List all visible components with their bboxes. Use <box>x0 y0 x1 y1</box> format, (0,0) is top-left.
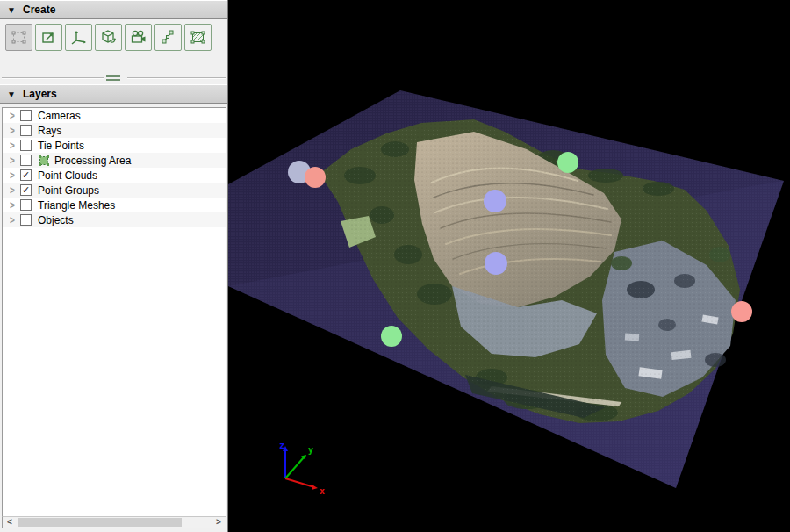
axes-triad-icon <box>69 28 88 47</box>
layer-checkbox[interactable]: ✓ <box>20 184 32 196</box>
axis-y-label: y <box>308 445 313 455</box>
polygon-tool-button[interactable] <box>184 24 212 51</box>
selection-rectangle-icon <box>10 28 28 47</box>
polyline-icon <box>159 28 177 47</box>
splitter-rule <box>2 77 104 79</box>
3d-scene: z y x <box>228 0 790 532</box>
layer-label: Triangle Meshes <box>38 199 115 212</box>
camera-icon <box>129 28 147 47</box>
scrollbar-track[interactable] <box>17 517 212 528</box>
cube-rotate-icon <box>99 28 118 47</box>
expand-chevron-icon[interactable]: > <box>6 169 18 181</box>
expand-chevron-icon[interactable]: > <box>6 214 18 226</box>
layer-row-objects[interactable]: > Objects <box>3 212 226 227</box>
splitter-rule <box>127 77 226 79</box>
point-group-marker-salmon-2[interactable] <box>731 301 752 322</box>
camera-tool-button[interactable] <box>125 24 152 51</box>
scrollbar-thumb[interactable] <box>18 518 182 527</box>
layer-checkbox[interactable] <box>20 199 32 211</box>
layer-row-cameras[interactable]: > Cameras <box>3 108 226 123</box>
layer-checkbox[interactable]: ✓ <box>20 169 32 181</box>
axis-x-label: x <box>320 486 325 496</box>
layer-label: Point Groups <box>38 184 99 197</box>
layer-row-triangle-meshes[interactable]: > Triangle Meshes <box>3 198 226 212</box>
expand-chevron-icon[interactable]: > <box>6 199 18 211</box>
layer-checkbox[interactable] <box>20 140 32 151</box>
layer-checkbox[interactable] <box>20 155 32 166</box>
expand-chevron-icon[interactable]: > <box>6 110 18 121</box>
expand-chevron-icon[interactable]: > <box>6 184 18 196</box>
layer-row-processing-area[interactable]: > Processing Area <box>3 153 226 168</box>
point-group-marker-green-1[interactable] <box>557 152 578 173</box>
layer-row-point-clouds[interactable]: > ✓ Point Clouds <box>3 168 226 183</box>
layer-label: Rays <box>38 125 61 137</box>
point-group-marker-periwinkle-1[interactable] <box>484 190 506 212</box>
layers-section-header[interactable]: ▼ Layers <box>0 84 227 104</box>
polygon-area-icon <box>189 28 207 47</box>
3d-viewport[interactable]: z y x <box>228 0 790 532</box>
layer-row-point-groups[interactable]: > ✓ Point Groups <box>3 183 226 198</box>
layer-label: Objects <box>38 214 74 226</box>
layer-label: Cameras <box>38 110 81 122</box>
processing-area-icon <box>38 155 51 167</box>
box-tool-button[interactable] <box>95 24 122 51</box>
side-panel: ▼ Create <box>0 0 228 532</box>
layer-checkbox[interactable] <box>20 125 32 136</box>
layers-tree: > Cameras > Rays > Tie Points > <box>2 107 226 528</box>
polyline-tool-button[interactable] <box>154 24 182 51</box>
horizontal-scrollbar[interactable]: < > <box>2 516 226 528</box>
point-group-marker-salmon-1[interactable] <box>305 167 326 188</box>
collapse-triangle-icon[interactable]: ▼ <box>0 5 23 15</box>
layers-section-title: Layers <box>23 88 57 100</box>
point-group-marker-periwinkle-2[interactable] <box>485 252 507 275</box>
splitter-grip-icon[interactable] <box>106 75 120 81</box>
panel-splitter[interactable] <box>0 74 227 83</box>
extent-box-icon <box>40 28 58 47</box>
axis-z-label: z <box>279 441 284 450</box>
expand-chevron-icon[interactable]: > <box>6 125 18 136</box>
collapse-triangle-icon[interactable]: ▼ <box>0 90 23 99</box>
create-toolbar <box>5 24 212 51</box>
expand-chevron-icon[interactable]: > <box>6 155 18 166</box>
layer-checkbox[interactable] <box>20 214 32 226</box>
scroll-left-icon[interactable]: < <box>3 517 17 528</box>
layer-label: Processing Area <box>54 155 131 167</box>
layer-row-tie-points[interactable]: > Tie Points <box>3 138 226 153</box>
layer-row-rays[interactable]: > Rays <box>3 123 226 138</box>
expand-chevron-icon[interactable]: > <box>6 140 18 151</box>
layer-label: Tie Points <box>38 140 84 152</box>
axes-tool-button[interactable] <box>65 24 92 51</box>
application-window: ▼ Create <box>0 0 790 532</box>
create-section-header[interactable]: ▼ Create <box>0 0 227 19</box>
create-section-title: Create <box>23 4 55 16</box>
selection-tool-button[interactable] <box>5 24 32 51</box>
point-group-marker-green-2[interactable] <box>381 326 402 347</box>
layer-checkbox[interactable] <box>20 110 32 121</box>
layer-label: Point Clouds <box>38 169 97 182</box>
extent-tool-button[interactable] <box>35 24 62 51</box>
scroll-right-icon[interactable]: > <box>212 517 226 528</box>
